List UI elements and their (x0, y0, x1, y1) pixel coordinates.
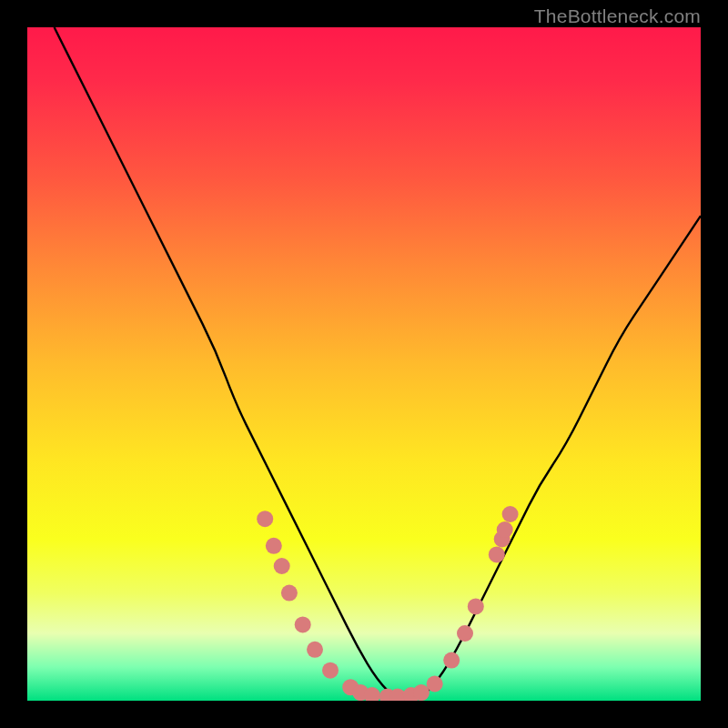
data-marker (274, 558, 290, 574)
data-marker (443, 652, 460, 669)
plot-area (27, 27, 701, 701)
data-marker (266, 538, 282, 554)
watermark-text: TheBottleneck.com (534, 5, 701, 27)
data-marker (457, 625, 473, 642)
bottleneck-curve (27, 27, 701, 701)
data-marker (281, 585, 298, 602)
data-marker (295, 616, 311, 632)
data-marker (427, 676, 443, 693)
data-marker (413, 684, 430, 701)
data-marker (502, 506, 519, 522)
data-marker (307, 642, 323, 658)
data-marker (497, 521, 513, 538)
data-marker (322, 662, 339, 679)
data-marker (468, 598, 484, 614)
chart-container: TheBottleneck.com (0, 0, 728, 728)
data-marker (489, 546, 505, 562)
data-marker (257, 511, 273, 527)
